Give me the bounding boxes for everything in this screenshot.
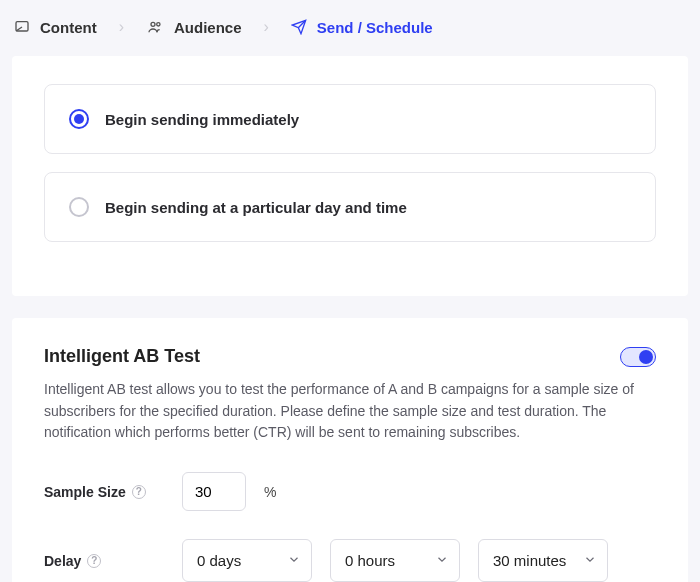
sample-size-label: Sample Size ? <box>44 484 164 500</box>
chevron-down-icon <box>287 552 301 569</box>
radio-label: Begin sending at a particular day and ti… <box>105 199 407 216</box>
breadcrumb-label: Send / Schedule <box>317 19 433 36</box>
svg-point-3 <box>157 23 160 26</box>
audience-icon <box>146 19 164 35</box>
content-icon <box>14 19 30 35</box>
help-icon[interactable]: ? <box>132 485 146 499</box>
delay-days-select[interactable]: 0 days <box>182 539 312 582</box>
sending-options-panel: Begin sending immediately Begin sending … <box>12 56 688 296</box>
radio-icon <box>69 109 89 129</box>
breadcrumb-step-content[interactable]: Content <box>14 19 97 36</box>
help-icon[interactable]: ? <box>87 554 101 568</box>
option-send-immediately[interactable]: Begin sending immediately <box>44 84 656 154</box>
breadcrumb: Content › Audience › Send / Schedule <box>0 0 700 56</box>
sample-size-unit: % <box>264 484 276 500</box>
ab-test-panel: Intelligent AB Test Intelligent AB test … <box>12 318 688 582</box>
delay-minutes-select[interactable]: 30 minutes <box>478 539 608 582</box>
breadcrumb-label: Content <box>40 19 97 36</box>
option-send-scheduled[interactable]: Begin sending at a particular day and ti… <box>44 172 656 242</box>
ab-test-toggle[interactable] <box>620 347 656 367</box>
svg-point-2 <box>151 22 155 26</box>
breadcrumb-label: Audience <box>174 19 242 36</box>
ab-test-description: Intelligent AB test allows you to test t… <box>44 379 656 444</box>
ab-test-title: Intelligent AB Test <box>44 346 200 367</box>
sample-size-input[interactable] <box>182 472 246 511</box>
delay-row: Delay ? 0 days 0 hours 30 minutes <box>44 539 656 582</box>
chevron-right-icon: › <box>264 18 269 36</box>
breadcrumb-step-audience[interactable]: Audience <box>146 19 242 36</box>
radio-icon <box>69 197 89 217</box>
radio-label: Begin sending immediately <box>105 111 299 128</box>
breadcrumb-step-send-schedule[interactable]: Send / Schedule <box>291 19 433 36</box>
chevron-down-icon <box>435 552 449 569</box>
delay-hours-select[interactable]: 0 hours <box>330 539 460 582</box>
sample-size-row: Sample Size ? % <box>44 472 656 511</box>
delay-label: Delay ? <box>44 553 164 569</box>
chevron-right-icon: › <box>119 18 124 36</box>
chevron-down-icon <box>583 552 597 569</box>
send-icon <box>291 19 307 35</box>
